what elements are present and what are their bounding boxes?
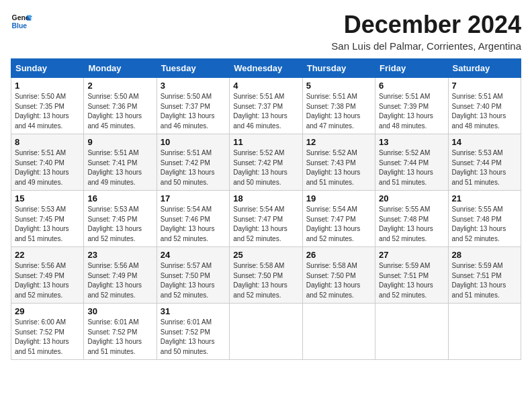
day-number: 7 — [452, 81, 517, 91]
day-info: Sunrise: 5:55 AMSunset: 7:48 PMDaylight:… — [379, 205, 444, 244]
day-number: 3 — [161, 81, 226, 91]
sunrise-text: Sunrise: 5:51 AM — [306, 93, 357, 100]
empty-cell — [448, 304, 521, 360]
daylight-text: Daylight: 13 hours and 52 minutes. — [306, 281, 361, 299]
calendar-row-3: 15Sunrise: 5:53 AMSunset: 7:45 PMDayligh… — [11, 191, 521, 247]
sunset-text: Sunset: 7:42 PM — [233, 159, 283, 167]
sunset-text: Sunset: 7:37 PM — [161, 103, 210, 110]
sunrise-text: Sunrise: 5:55 AM — [379, 205, 430, 213]
daylight-text: Daylight: 13 hours and 51 minutes. — [87, 338, 142, 355]
day-cell-6: 6Sunrise: 5:51 AMSunset: 7:39 PMDaylight… — [375, 78, 448, 134]
day-info: Sunrise: 6:01 AMSunset: 7:52 PMDaylight:… — [87, 318, 152, 357]
sunset-text: Sunset: 7:40 PM — [15, 159, 64, 167]
day-info: Sunrise: 5:58 AMSunset: 7:50 PMDaylight:… — [306, 261, 371, 300]
sunrise-text: Sunrise: 5:57 AM — [161, 262, 212, 269]
day-info: Sunrise: 5:53 AMSunset: 7:45 PMDaylight:… — [15, 205, 80, 244]
day-info: Sunrise: 5:58 AMSunset: 7:50 PMDaylight:… — [233, 261, 298, 300]
day-info: Sunrise: 6:00 AMSunset: 7:52 PMDaylight:… — [15, 318, 80, 357]
day-info: Sunrise: 5:51 AMSunset: 7:40 PMDaylight:… — [15, 148, 80, 187]
day-cell-20: 20Sunrise: 5:55 AMSunset: 7:48 PMDayligh… — [375, 191, 448, 247]
empty-cell — [375, 304, 448, 360]
calendar-table: Sunday Monday Tuesday Wednesday Thursday… — [11, 58, 521, 360]
daylight-text: Daylight: 13 hours and 52 minutes. — [87, 225, 142, 242]
day-number: 4 — [233, 81, 298, 91]
sunset-text: Sunset: 7:49 PM — [15, 272, 64, 279]
svg-text:Blue: Blue — [12, 22, 28, 30]
day-number: 17 — [161, 193, 226, 203]
daylight-text: Daylight: 13 hours and 52 minutes. — [379, 281, 433, 299]
sunset-text: Sunset: 7:52 PM — [87, 328, 137, 336]
sunrise-text: Sunrise: 5:50 AM — [161, 93, 212, 100]
sunrise-text: Sunrise: 5:55 AM — [452, 205, 503, 213]
day-number: 14 — [452, 137, 517, 147]
daylight-text: Daylight: 13 hours and 51 minutes. — [15, 225, 69, 242]
sunset-text: Sunset: 7:49 PM — [87, 272, 137, 279]
day-number: 23 — [87, 250, 152, 260]
sunset-text: Sunset: 7:44 PM — [379, 159, 429, 167]
calendar-subtitle: San Luis del Palmar, Corrientes, Argenti… — [331, 40, 521, 52]
day-number: 12 — [306, 137, 371, 147]
sunset-text: Sunset: 7:35 PM — [15, 103, 64, 110]
sunset-text: Sunset: 7:36 PM — [87, 103, 137, 110]
day-cell-25: 25Sunrise: 5:58 AMSunset: 7:50 PMDayligh… — [230, 247, 302, 304]
sunrise-text: Sunrise: 5:56 AM — [15, 262, 66, 269]
daylight-text: Daylight: 13 hours and 51 minutes. — [15, 338, 69, 355]
day-cell-14: 14Sunrise: 5:53 AMSunset: 7:44 PMDayligh… — [448, 134, 521, 191]
sunset-text: Sunset: 7:50 PM — [161, 272, 210, 279]
daylight-text: Daylight: 13 hours and 50 minutes. — [233, 169, 287, 186]
header-sunday: Sunday — [11, 59, 84, 78]
page-header: General Blue December 2024 San Luis del … — [11, 11, 521, 52]
sunrise-text: Sunrise: 5:58 AM — [306, 262, 357, 269]
daylight-text: Daylight: 13 hours and 45 minutes. — [87, 112, 142, 130]
day-number: 21 — [452, 193, 517, 203]
day-number: 16 — [87, 193, 152, 203]
day-number: 19 — [306, 193, 371, 203]
day-info: Sunrise: 5:51 AMSunset: 7:40 PMDaylight:… — [452, 92, 517, 131]
daylight-text: Daylight: 13 hours and 52 minutes. — [452, 225, 506, 242]
sunset-text: Sunset: 7:40 PM — [452, 103, 502, 110]
empty-cell — [230, 304, 302, 360]
day-cell-2: 2Sunrise: 5:50 AMSunset: 7:36 PMDaylight… — [84, 78, 157, 134]
daylight-text: Daylight: 13 hours and 50 minutes. — [161, 338, 215, 355]
sunrise-text: Sunrise: 5:58 AM — [233, 262, 284, 269]
day-cell-27: 27Sunrise: 5:59 AMSunset: 7:51 PMDayligh… — [375, 247, 448, 304]
sunset-text: Sunset: 7:51 PM — [452, 272, 502, 279]
day-number: 29 — [15, 306, 80, 316]
day-cell-31: 31Sunrise: 6:01 AMSunset: 7:52 PMDayligh… — [157, 304, 229, 360]
sunset-text: Sunset: 7:51 PM — [379, 272, 429, 279]
day-number: 5 — [306, 81, 371, 91]
sunrise-text: Sunrise: 5:54 AM — [233, 205, 284, 213]
daylight-text: Daylight: 13 hours and 52 minutes. — [161, 281, 215, 299]
sunset-text: Sunset: 7:47 PM — [306, 216, 356, 223]
day-info: Sunrise: 5:53 AMSunset: 7:45 PMDaylight:… — [87, 205, 152, 244]
sunset-text: Sunset: 7:52 PM — [161, 328, 210, 336]
sunrise-text: Sunrise: 6:01 AM — [161, 318, 212, 326]
daylight-text: Daylight: 13 hours and 48 minutes. — [379, 112, 433, 130]
day-info: Sunrise: 5:57 AMSunset: 7:50 PMDaylight:… — [161, 261, 226, 300]
sunrise-text: Sunrise: 5:54 AM — [306, 205, 357, 213]
day-cell-22: 22Sunrise: 5:56 AMSunset: 7:49 PMDayligh… — [11, 247, 84, 304]
day-number: 1 — [15, 81, 80, 91]
day-info: Sunrise: 5:51 AMSunset: 7:41 PMDaylight:… — [87, 148, 152, 187]
day-number: 30 — [87, 306, 152, 316]
day-number: 27 — [379, 250, 444, 260]
day-cell-9: 9Sunrise: 5:51 AMSunset: 7:41 PMDaylight… — [84, 134, 157, 191]
day-info: Sunrise: 5:51 AMSunset: 7:42 PMDaylight:… — [161, 148, 226, 187]
day-number: 10 — [161, 137, 226, 147]
day-cell-19: 19Sunrise: 5:54 AMSunset: 7:47 PMDayligh… — [302, 191, 375, 247]
sunrise-text: Sunrise: 5:52 AM — [306, 149, 357, 156]
sunrise-text: Sunrise: 5:51 AM — [379, 93, 430, 100]
day-info: Sunrise: 5:59 AMSunset: 7:51 PMDaylight:… — [379, 261, 444, 300]
day-number: 15 — [15, 193, 80, 203]
sunrise-text: Sunrise: 5:50 AM — [87, 93, 138, 100]
calendar-title: December 2024 — [331, 11, 521, 39]
sunset-text: Sunset: 7:45 PM — [15, 216, 64, 223]
day-info: Sunrise: 5:54 AMSunset: 7:47 PMDaylight:… — [306, 205, 371, 244]
daylight-text: Daylight: 13 hours and 47 minutes. — [306, 112, 361, 130]
day-info: Sunrise: 5:51 AMSunset: 7:38 PMDaylight:… — [306, 92, 371, 131]
calendar-row-1: 1Sunrise: 5:50 AMSunset: 7:35 PMDaylight… — [11, 78, 521, 134]
day-info: Sunrise: 5:54 AMSunset: 7:47 PMDaylight:… — [233, 205, 298, 244]
sunrise-text: Sunrise: 5:56 AM — [87, 262, 138, 269]
day-info: Sunrise: 6:01 AMSunset: 7:52 PMDaylight:… — [161, 318, 226, 357]
daylight-text: Daylight: 13 hours and 46 minutes. — [233, 112, 287, 130]
